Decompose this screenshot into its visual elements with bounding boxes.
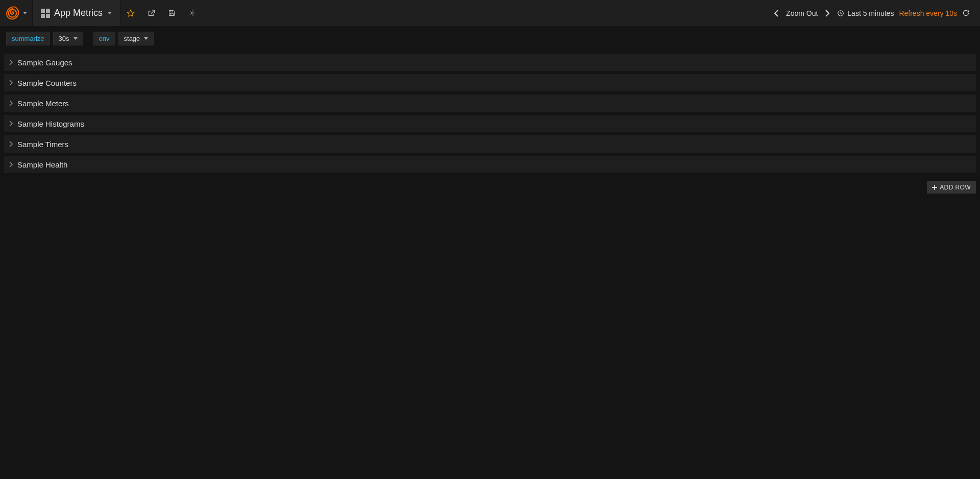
time-range-picker[interactable]: Last 5 minutes <box>837 9 894 17</box>
dashboard-grid-icon <box>41 9 50 18</box>
row-title: Sample Gauges <box>17 58 72 67</box>
row-title: Sample Meters <box>17 99 69 108</box>
row-header[interactable]: Sample Timers <box>4 135 976 153</box>
row-title: Sample Histograms <box>17 119 84 128</box>
save-dashboard-button[interactable] <box>161 0 182 26</box>
chevron-down-icon <box>108 12 112 14</box>
star-dashboard-button[interactable] <box>120 0 141 26</box>
var-summarize-label: summarize <box>6 32 50 45</box>
topbar-left: App Metrics <box>0 0 202 26</box>
grafana-logo-icon <box>5 6 20 21</box>
add-row-wrap: ADD ROW <box>0 176 980 194</box>
row-header[interactable]: Sample Histograms <box>4 115 976 132</box>
share-dashboard-button[interactable] <box>141 0 161 26</box>
chevron-right-icon <box>9 121 13 127</box>
var-env-value-dropdown[interactable]: stage <box>118 32 154 45</box>
var-summarize-value: 30s <box>59 35 69 42</box>
chevron-right-icon <box>825 10 830 17</box>
svg-rect-2 <box>46 9 50 13</box>
time-range-label: Last 5 minutes <box>847 9 894 17</box>
chevron-right-icon <box>9 161 13 167</box>
template-variable-bar: summarize 30s env stage <box>0 27 980 51</box>
topbar-right: Zoom Out Last 5 minutes Refresh every 10… <box>772 0 980 26</box>
row-header[interactable]: Sample Gauges <box>4 54 976 71</box>
auto-refresh-picker[interactable]: Refresh every 10s <box>899 9 957 17</box>
settings-button[interactable] <box>182 0 202 26</box>
chevron-down-icon <box>144 37 148 40</box>
row-header[interactable]: Sample Meters <box>4 94 976 112</box>
row-title: Sample Counters <box>17 79 77 87</box>
chevron-left-icon <box>774 10 779 17</box>
clock-icon <box>837 10 844 17</box>
grafana-logo-menu[interactable] <box>0 0 33 26</box>
var-env-value: stage <box>124 35 140 42</box>
row-title: Sample Health <box>17 160 67 169</box>
top-navbar: App Metrics <box>0 0 980 27</box>
chevron-right-icon <box>9 100 13 106</box>
gear-icon <box>188 9 196 17</box>
refresh-now-button[interactable] <box>962 9 970 17</box>
row-title: Sample Timers <box>17 140 68 149</box>
add-row-label: ADD ROW <box>940 184 971 191</box>
chevron-right-icon <box>9 141 13 147</box>
dashboard-rows: Sample Gauges Sample Counters Sample Met… <box>0 54 980 173</box>
chevron-right-icon <box>9 59 13 65</box>
toolbar-icons <box>120 0 202 26</box>
row-header[interactable]: Sample Health <box>4 156 976 173</box>
dashboard-title: App Metrics <box>54 8 103 18</box>
chevron-right-icon <box>9 80 13 86</box>
plus-icon <box>932 185 937 190</box>
time-range-back-button[interactable] <box>772 10 781 17</box>
add-row-button[interactable]: ADD ROW <box>927 181 976 194</box>
svg-rect-3 <box>41 14 45 18</box>
zoom-out-button[interactable]: Zoom Out <box>786 9 818 17</box>
var-env-label: env <box>93 32 115 45</box>
dashboard-picker[interactable]: App Metrics <box>33 0 120 26</box>
chevron-down-icon <box>74 37 78 40</box>
var-summarize-value-dropdown[interactable]: 30s <box>53 32 83 45</box>
row-header[interactable]: Sample Counters <box>4 74 976 91</box>
time-range-forward-button[interactable] <box>823 10 832 17</box>
refresh-icon <box>962 9 970 17</box>
star-icon <box>127 9 135 17</box>
svg-point-5 <box>191 12 193 14</box>
share-icon <box>148 9 155 17</box>
chevron-down-icon <box>23 12 27 14</box>
save-icon <box>168 9 176 17</box>
svg-rect-4 <box>46 14 50 18</box>
svg-rect-1 <box>41 9 45 13</box>
